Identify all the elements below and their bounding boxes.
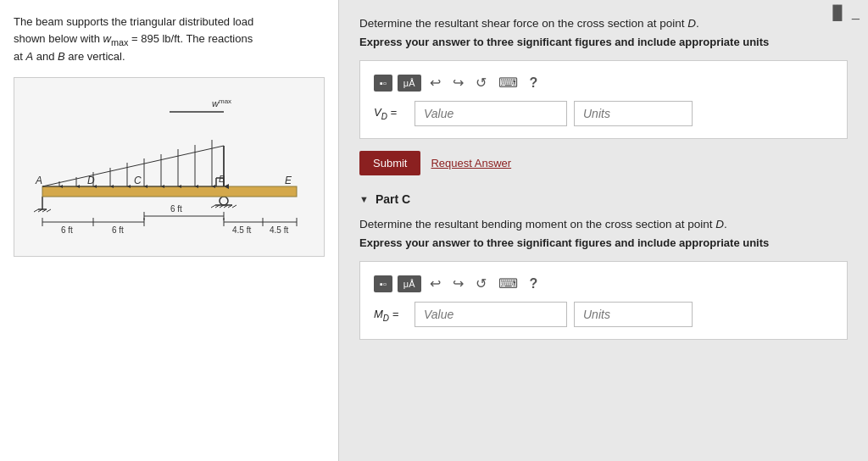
part-b-input-row: VD = xyxy=(374,101,833,126)
part-c-answer-box: ▪▫ μÅ ↩ ↪ ↺ ⌨ ? MD = xyxy=(359,261,848,340)
svg-text:6 ft: 6 ft xyxy=(61,225,73,235)
problem-line3: at A and B are vertical. xyxy=(14,50,125,63)
svg-line-5 xyxy=(47,209,51,212)
svg-text:4.5 ft: 4.5 ft xyxy=(270,225,288,235)
problem-line2: shown below with wmax = 895 lb/ft. The r… xyxy=(14,32,253,45)
part-b-toolbar: ▪▫ μÅ ↩ ↪ ↺ ⌨ ? xyxy=(374,73,833,92)
left-panel: The beam supports the triangular distrib… xyxy=(0,0,339,461)
part-c-format-icon-1: ▪▫ xyxy=(380,279,387,289)
part-b-units-input[interactable] xyxy=(574,101,693,126)
part-c-keyboard-button[interactable]: ⌨ xyxy=(495,274,521,293)
format-btn-1[interactable]: ▪▫ xyxy=(374,75,392,92)
submit-button[interactable]: Submit xyxy=(359,151,420,175)
part-b-instruction: Express your answer to three significant… xyxy=(359,35,848,50)
part-c-value-input[interactable] xyxy=(415,302,567,327)
diagram-box: w max A D xyxy=(14,77,325,257)
part-c-reset-button[interactable]: ↺ xyxy=(472,274,490,293)
problem-statement: The beam supports the triangular distrib… xyxy=(14,14,325,65)
part-c-question: Determine the resultant bending moment o… xyxy=(359,218,848,230)
svg-text:D: D xyxy=(87,175,95,186)
part-b-answer-box: ▪▫ μÅ ↩ ↪ ↺ ⌨ ? VD = xyxy=(359,60,848,139)
beam-diagram: w max A D xyxy=(25,86,314,247)
part-c-undo-button[interactable]: ↩ xyxy=(426,274,444,293)
window-icon-2[interactable]: _ xyxy=(852,5,860,20)
format-icon-1: ▪▫ xyxy=(380,78,387,88)
redo-button[interactable]: ↪ xyxy=(449,73,467,92)
svg-line-8 xyxy=(211,205,215,208)
svg-marker-18 xyxy=(42,146,224,186)
keyboard-button[interactable]: ⌨ xyxy=(495,73,521,92)
svg-line-13 xyxy=(232,205,236,208)
request-answer-link[interactable]: Request Answer xyxy=(431,157,511,169)
svg-point-6 xyxy=(220,197,228,205)
part-c-format-btn-1[interactable]: ▪▫ xyxy=(374,275,392,292)
part-c-help-button[interactable]: ? xyxy=(526,275,542,293)
part-b-actions: Submit Request Answer xyxy=(359,151,848,175)
undo-button[interactable]: ↩ xyxy=(426,73,444,92)
svg-text:6 ft: 6 ft xyxy=(170,204,182,214)
svg-text:E: E xyxy=(285,175,292,186)
svg-text:4.5 ft: 4.5 ft xyxy=(232,225,251,235)
part-b-value-input[interactable] xyxy=(415,101,567,126)
problem-line1: The beam supports the triangular distrib… xyxy=(14,15,253,28)
right-panel: Determine the resultant shear force on t… xyxy=(339,0,868,461)
reset-button[interactable]: ↺ xyxy=(472,73,490,92)
part-b-section: Determine the resultant shear force on t… xyxy=(359,17,848,175)
part-c-format-icon-2: μÅ xyxy=(403,279,415,289)
svg-text:C: C xyxy=(134,175,142,186)
part-c-arrow: ▼ xyxy=(359,194,369,204)
part-c-header[interactable]: ▼ Part C xyxy=(359,192,848,206)
part-c-instruction: Express your answer to three significant… xyxy=(359,236,848,251)
part-c-var-label: MD = xyxy=(374,308,408,323)
format-btn-2[interactable]: μÅ xyxy=(398,75,421,92)
part-b-question: Determine the resultant shear force on t… xyxy=(359,17,848,30)
part-c-redo-button[interactable]: ↪ xyxy=(449,274,467,293)
svg-line-2 xyxy=(34,209,38,212)
svg-text:6 ft: 6 ft xyxy=(112,225,124,235)
part-c-toolbar: ▪▫ μÅ ↩ ↪ ↺ ⌨ ? xyxy=(374,274,833,293)
part-b-var-label: VD = xyxy=(374,106,408,121)
format-icon-2: μÅ xyxy=(403,78,415,88)
svg-text:max: max xyxy=(219,97,231,105)
part-c-section: ▼ Part C Determine the resultant bending… xyxy=(359,192,848,340)
svg-text:A: A xyxy=(35,175,42,186)
window-icon-1[interactable]: ▐▌ xyxy=(827,5,847,20)
part-c-units-input[interactable] xyxy=(574,302,693,327)
part-c-input-row: MD = xyxy=(374,302,833,327)
help-button[interactable]: ? xyxy=(526,74,542,92)
part-c-label: Part C xyxy=(376,192,410,206)
svg-rect-14 xyxy=(42,186,297,197)
window-controls: ▐▌ _ xyxy=(827,5,860,20)
part-c-format-btn-2[interactable]: μÅ xyxy=(398,275,421,292)
